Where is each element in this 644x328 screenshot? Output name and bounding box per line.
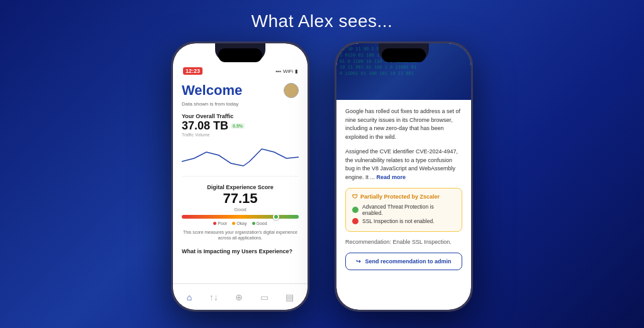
nav-globe-icon[interactable]: ⊕	[235, 292, 243, 302]
traffic-number: 37.08 TB	[182, 119, 228, 133]
traffic-badge: 0.5%	[231, 123, 245, 129]
recommendation-text: Recommendation: Enable SSL Inspection.	[345, 238, 462, 246]
phones-container: 12:23 ▪▪▪ WiFi ▮ Welcome Data shown is f…	[171, 41, 473, 312]
send-icon: ↪	[356, 258, 361, 265]
impacting-label: What is Impacting my Users Experience?	[182, 248, 299, 254]
gauge-legend: Poor Okay Good	[182, 221, 299, 226]
score-description: This score measures your organization's …	[182, 229, 299, 241]
legend-good: Good	[252, 221, 267, 226]
send-recommendation-button[interactable]: ↪ Send recommendation to admin	[345, 253, 462, 270]
traffic-section: Your Overall Traffic 37.08 TB 0.5% Traff…	[182, 113, 299, 171]
battery-icon: ▮	[295, 68, 297, 74]
phone-2-content: Google has rolled out fixes to address a…	[336, 100, 471, 278]
protection-title: 🛡 Partially Protected by Zscaler	[352, 194, 455, 200]
nav-home-icon[interactable]: ⌂	[187, 292, 192, 302]
score-label: Good	[182, 207, 299, 212]
nav-monitor-icon[interactable]: ▭	[260, 292, 269, 302]
bottom-nav: ⌂ ↑↓ ⊕ ▭ ▤	[173, 283, 308, 310]
welcome-title: Welcome	[182, 82, 242, 99]
protection-title-text: Partially Protected by Zscaler	[360, 194, 440, 200]
phone-2-frame: 01 10 11 00 1 0 01 1 0110 01 1 0110 01 1…	[335, 41, 473, 312]
protection-item-2-label: SSL Inspection is not enabled.	[362, 218, 435, 224]
welcome-header: Welcome	[182, 82, 299, 99]
phone-1-content: Welcome Data shown is from today Your Ov…	[173, 77, 308, 260]
dynamic-island-1	[218, 48, 262, 62]
phone-1-frame: 12:23 ▪▪▪ WiFi ▮ Welcome Data shown is f…	[171, 41, 309, 312]
status-icons: ▪▪▪ WiFi ▮	[275, 68, 297, 74]
traffic-value: 37.08 TB 0.5%	[182, 119, 299, 133]
traffic-sublabel: Traffic Volume	[182, 133, 299, 137]
shield-icon: 🛡	[352, 194, 358, 200]
protection-box: 🛡 Partially Protected by Zscaler Advance…	[345, 188, 462, 232]
signal-icon: ▪▪▪	[275, 68, 281, 74]
read-more-link[interactable]: Read more	[377, 174, 406, 180]
gauge-dot	[273, 214, 279, 220]
score-section: Digital Experience Score 77.15 Good Poor…	[182, 180, 299, 248]
traffic-chart	[182, 139, 299, 171]
wifi-icon: WiFi	[283, 68, 293, 74]
status-time: 12:23	[183, 67, 203, 75]
traffic-label: Your Overall Traffic	[182, 113, 299, 119]
nav-folder-icon[interactable]: ▤	[286, 292, 294, 302]
phone-2-screen: 01 10 11 00 1 0 01 1 0110 01 1 0110 01 1…	[336, 43, 471, 310]
legend-okay: Okay	[232, 221, 247, 226]
status-bar-1: 12:23 ▪▪▪ WiFi ▮	[173, 61, 308, 77]
nav-chart-icon[interactable]: ↑↓	[209, 292, 218, 302]
status-dot-red	[352, 218, 358, 224]
protection-item-2: SSL Inspection is not enabled.	[352, 218, 455, 224]
dynamic-island-2	[382, 48, 426, 62]
score-value: 77.15	[182, 190, 299, 207]
phone-1-screen: 12:23 ▪▪▪ WiFi ▮ Welcome Data shown is f…	[173, 43, 308, 310]
status-dot-green	[352, 207, 358, 213]
protection-item-1-label: Advanced Threat Protection is enabled.	[362, 204, 455, 216]
article-paragraph-1: Google has rolled out fixes to address a…	[345, 107, 462, 141]
legend-poor: Poor	[213, 221, 227, 226]
article-paragraph-2: Assigned the CVE identifier CVE-2024-494…	[345, 148, 462, 182]
protection-item-1: Advanced Threat Protection is enabled.	[352, 204, 455, 216]
gauge-bar	[182, 215, 299, 219]
send-button-label: Send recommendation to admin	[365, 258, 451, 265]
page-title: What Alex sees...	[252, 11, 393, 31]
score-title: Digital Experience Score	[182, 184, 299, 190]
avatar	[284, 83, 299, 98]
divider-1	[182, 176, 299, 177]
data-shown-label: Data shown is from today	[182, 101, 299, 107]
